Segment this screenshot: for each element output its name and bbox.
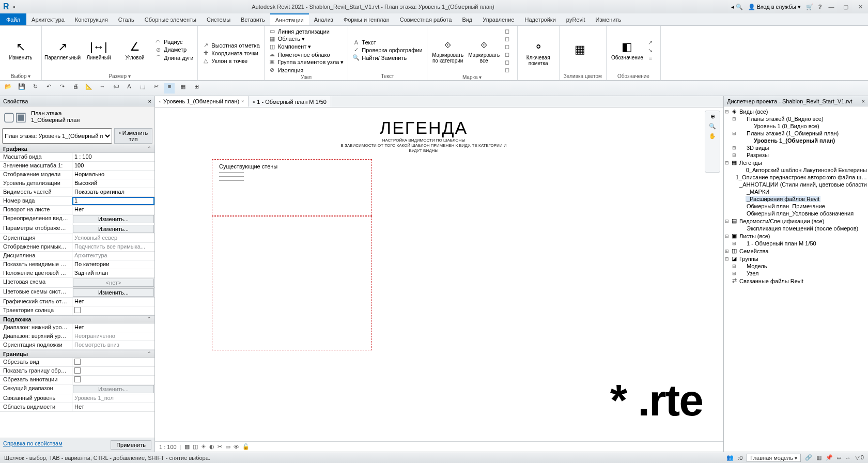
worksets-icon[interactable]: 👥: [726, 454, 734, 461]
dim-icon[interactable]: ↔: [97, 83, 107, 94]
menu-аннотации[interactable]: Аннотации: [270, 13, 309, 25]
undo-icon[interactable]: ↶: [43, 83, 54, 94]
tree-node[interactable]: ⊟▤Ведомости/Спецификации (все): [724, 217, 868, 225]
tree-node[interactable]: ⊞Модель: [724, 263, 868, 270]
ribbon-tool[interactable]: ☁Пометочное облако: [269, 51, 344, 58]
property-value[interactable]: По категории: [72, 260, 154, 269]
property-value[interactable]: Уровень 1_пол: [72, 394, 154, 403]
crop-region-icon[interactable]: ▭: [225, 443, 230, 450]
property-value[interactable]: Нормально: [72, 171, 154, 179]
ribbon-tool[interactable]: ⊘Изоляция: [269, 67, 344, 73]
tree-node[interactable]: Экспликация помещений (после обмеров): [724, 225, 868, 232]
tree-node[interactable]: ⊟◪Группы: [724, 255, 868, 263]
ribbon-tool[interactable]: ∠Угловой: [118, 38, 151, 63]
property-value[interactable]: [72, 376, 154, 384]
property-group-header[interactable]: Графика: [0, 145, 154, 153]
tree-node[interactable]: Уровень 1_(Обмерный план): [724, 137, 868, 144]
file-menu[interactable]: Файл: [0, 13, 26, 25]
property-group-header[interactable]: Подложка: [0, 315, 154, 323]
close-hidden-icon[interactable]: ▦: [178, 83, 188, 94]
qat-icon[interactable]: ▫: [13, 4, 16, 10]
panel-close-icon[interactable]: ×: [862, 98, 865, 104]
property-value[interactable]: Неограниченно: [72, 332, 154, 341]
print-icon[interactable]: 🖨: [70, 83, 81, 94]
ribbon-tool[interactable]: △Уклон в точке: [202, 57, 259, 64]
property-value[interactable]: Нет: [72, 206, 154, 214]
tree-node[interactable]: ⊟▣Листы (все): [724, 232, 868, 240]
tag-icon[interactable]: 🏷: [111, 83, 121, 94]
select-face-icon[interactable]: ▱: [837, 454, 841, 461]
thin-lines-icon[interactable]: ≡: [164, 83, 175, 94]
property-value[interactable]: Изменить...: [73, 288, 154, 297]
switch-windows-icon[interactable]: ⊞: [191, 83, 202, 94]
property-value[interactable]: 1 : 100: [72, 153, 154, 161]
tree-node[interactable]: Обмерный план_Условные обозначения: [724, 210, 868, 217]
menu-надстройки[interactable]: Надстройки: [519, 13, 561, 25]
select-pinned-icon[interactable]: 📌: [826, 454, 833, 461]
menu-сталь[interactable]: Сталь: [113, 13, 140, 25]
help-icon[interactable]: ?: [818, 4, 822, 10]
tree-node[interactable]: ⊟◈Виды (все): [724, 107, 868, 115]
instance-combo[interactable]: План этажа: Уровень 1_(Обмерный п: [2, 128, 112, 144]
property-value[interactable]: [72, 367, 154, 375]
ribbon-tool[interactable]: ⊘Диаметр: [154, 47, 193, 53]
ribbon-tool[interactable]: ◻: [504, 28, 513, 35]
property-value[interactable]: [72, 306, 154, 315]
maximize-button[interactable]: ▢: [841, 4, 850, 10]
menu-совместная работа[interactable]: Совместная работа: [395, 13, 457, 25]
tree-node[interactable]: 0_Авторский шаблон Лакутиновой Екатерины: [724, 166, 868, 174]
shadow-icon[interactable]: ◐: [209, 443, 214, 450]
property-value[interactable]: Нет: [72, 403, 154, 411]
property-value[interactable]: <нет>: [73, 279, 154, 287]
tree-node[interactable]: _МАРКИ: [724, 188, 868, 195]
workset-selector[interactable]: Главная модель ▾: [747, 454, 800, 462]
tree-node[interactable]: _Расширения файлов Revit: [724, 195, 868, 203]
open-icon[interactable]: 📂: [3, 83, 13, 94]
sun-path-icon[interactable]: ☀: [201, 443, 206, 450]
property-value[interactable]: Изменить...: [73, 215, 154, 223]
ribbon-tool[interactable]: ◫Компонент ▾: [269, 43, 344, 50]
close-button[interactable]: ✕: [856, 4, 865, 10]
ribbon-tool[interactable]: ▦: [564, 41, 597, 59]
tree-node[interactable]: ⇄Связанные файлы Revit: [724, 277, 868, 285]
ribbon-tool[interactable]: ⌘Группа элементов узла ▾: [269, 59, 344, 66]
property-value[interactable]: Задний план: [72, 269, 154, 277]
cart-icon[interactable]: 🛒: [806, 4, 813, 10]
menu-вставить[interactable]: Вставить: [236, 13, 270, 25]
tree-node[interactable]: Уровень 1 (0_Видно все): [724, 122, 868, 130]
login-link[interactable]: 👤 Вход в службы ▾: [748, 4, 801, 10]
select-underlay-icon[interactable]: ▥: [816, 454, 822, 461]
property-value[interactable]: 1: [72, 197, 154, 205]
ribbon-tool[interactable]: ◧Обозначение: [611, 38, 644, 63]
menu-pyrevit[interactable]: pyRevit: [561, 13, 591, 25]
ribbon-tool[interactable]: ▦Область ▾: [269, 36, 344, 42]
minimize-button[interactable]: —: [827, 4, 836, 10]
menu-анализ[interactable]: Анализ: [309, 13, 338, 25]
drawing-canvas[interactable]: ЛЕГЕНДА НАСТРОЙКА ВИДИМОСТИ ПО ШАБЛОНЫ В…: [155, 107, 723, 441]
close-tab-icon[interactable]: ×: [241, 99, 244, 104]
ribbon-tool[interactable]: ◻: [504, 51, 513, 58]
apply-button[interactable]: Применить: [111, 440, 151, 450]
menu-управление[interactable]: Управление: [477, 13, 519, 25]
ribbon-tool[interactable]: ⟐Маркировать все: [468, 36, 501, 66]
ribbon-tool[interactable]: ↗: [647, 39, 656, 46]
scale-control[interactable]: 1 : 100: [159, 444, 177, 450]
menu-системы[interactable]: Системы: [202, 13, 236, 25]
save-icon[interactable]: 💾: [17, 83, 27, 94]
ribbon-tool[interactable]: ▭Линия детализации: [269, 28, 344, 35]
navigation-bar[interactable]: ⊕🔍✋: [705, 111, 720, 173]
menu-конструкция[interactable]: Конструкция: [70, 13, 113, 25]
ribbon-tool[interactable]: ◻: [504, 59, 513, 66]
ribbon-tool[interactable]: ◻: [504, 67, 513, 73]
tree-node[interactable]: ⊞1 - Обмерный план М 1/50: [724, 240, 868, 247]
property-value[interactable]: 100: [72, 162, 154, 170]
property-value[interactable]: Нет: [72, 323, 154, 332]
edit-type-button[interactable]: ▫ Изменить тип: [114, 128, 152, 144]
menu-вид[interactable]: Вид: [457, 13, 477, 25]
tree-node[interactable]: ⊞3D виды: [724, 144, 868, 151]
crop-region-bottom[interactable]: [212, 216, 372, 350]
ribbon-tool[interactable]: ⟐Маркировать по категории: [431, 36, 464, 66]
menu-формы и генплан[interactable]: Формы и генплан: [338, 13, 395, 25]
ribbon-tool[interactable]: ↗Параллельный: [46, 38, 79, 63]
menu-архитектура[interactable]: Архитектура: [26, 13, 70, 25]
